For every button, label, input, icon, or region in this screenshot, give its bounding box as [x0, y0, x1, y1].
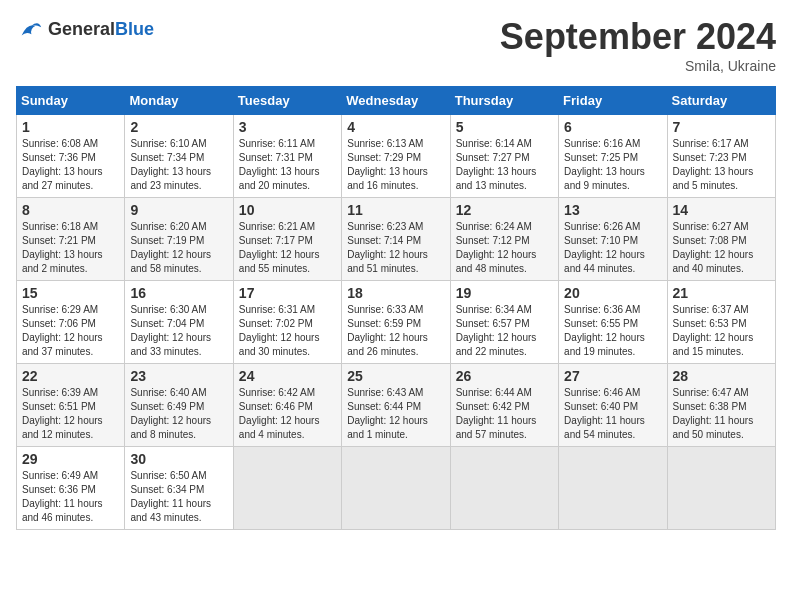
logo-icon	[16, 16, 44, 44]
calendar-day-cell: 21 Sunrise: 6:37 AM Sunset: 6:53 PM Dayl…	[667, 281, 775, 364]
sunset-text: Sunset: 6:36 PM	[22, 484, 96, 495]
daylight-text: Daylight: 12 hours and 19 minutes.	[564, 332, 645, 357]
day-number: 23	[130, 368, 227, 384]
day-info: Sunrise: 6:08 AM Sunset: 7:36 PM Dayligh…	[22, 137, 119, 193]
sunrise-text: Sunrise: 6:50 AM	[130, 470, 206, 481]
calendar-day-cell: 5 Sunrise: 6:14 AM Sunset: 7:27 PM Dayli…	[450, 115, 558, 198]
sunrise-text: Sunrise: 6:29 AM	[22, 304, 98, 315]
daylight-text: Daylight: 12 hours and 15 minutes.	[673, 332, 754, 357]
sunrise-text: Sunrise: 6:39 AM	[22, 387, 98, 398]
sunset-text: Sunset: 6:59 PM	[347, 318, 421, 329]
daylight-text: Daylight: 13 hours and 9 minutes.	[564, 166, 645, 191]
day-number: 8	[22, 202, 119, 218]
day-number: 26	[456, 368, 553, 384]
daylight-text: Daylight: 12 hours and 51 minutes.	[347, 249, 428, 274]
sunset-text: Sunset: 7:36 PM	[22, 152, 96, 163]
calendar-day-cell: 20 Sunrise: 6:36 AM Sunset: 6:55 PM Dayl…	[559, 281, 667, 364]
day-number: 9	[130, 202, 227, 218]
empty-cell	[450, 447, 558, 530]
calendar-week-row: 29 Sunrise: 6:49 AM Sunset: 6:36 PM Dayl…	[17, 447, 776, 530]
day-number: 7	[673, 119, 770, 135]
sunset-text: Sunset: 7:17 PM	[239, 235, 313, 246]
sunrise-text: Sunrise: 6:30 AM	[130, 304, 206, 315]
day-info: Sunrise: 6:26 AM Sunset: 7:10 PM Dayligh…	[564, 220, 661, 276]
calendar-day-cell: 25 Sunrise: 6:43 AM Sunset: 6:44 PM Dayl…	[342, 364, 450, 447]
day-info: Sunrise: 6:42 AM Sunset: 6:46 PM Dayligh…	[239, 386, 336, 442]
sunset-text: Sunset: 6:42 PM	[456, 401, 530, 412]
empty-cell	[233, 447, 341, 530]
calendar-day-cell: 16 Sunrise: 6:30 AM Sunset: 7:04 PM Dayl…	[125, 281, 233, 364]
daylight-text: Daylight: 13 hours and 16 minutes.	[347, 166, 428, 191]
sunset-text: Sunset: 7:04 PM	[130, 318, 204, 329]
daylight-text: Daylight: 11 hours and 57 minutes.	[456, 415, 537, 440]
day-number: 30	[130, 451, 227, 467]
calendar-day-cell: 1 Sunrise: 6:08 AM Sunset: 7:36 PM Dayli…	[17, 115, 125, 198]
day-number: 13	[564, 202, 661, 218]
calendar-day-cell: 13 Sunrise: 6:26 AM Sunset: 7:10 PM Dayl…	[559, 198, 667, 281]
day-info: Sunrise: 6:33 AM Sunset: 6:59 PM Dayligh…	[347, 303, 444, 359]
day-info: Sunrise: 6:24 AM Sunset: 7:12 PM Dayligh…	[456, 220, 553, 276]
day-info: Sunrise: 6:43 AM Sunset: 6:44 PM Dayligh…	[347, 386, 444, 442]
sunrise-text: Sunrise: 6:33 AM	[347, 304, 423, 315]
calendar-day-cell: 27 Sunrise: 6:46 AM Sunset: 6:40 PM Dayl…	[559, 364, 667, 447]
day-number: 14	[673, 202, 770, 218]
sunrise-text: Sunrise: 6:47 AM	[673, 387, 749, 398]
calendar-header-row: SundayMondayTuesdayWednesdayThursdayFrid…	[17, 87, 776, 115]
daylight-text: Daylight: 12 hours and 4 minutes.	[239, 415, 320, 440]
calendar-day-cell: 22 Sunrise: 6:39 AM Sunset: 6:51 PM Dayl…	[17, 364, 125, 447]
sunset-text: Sunset: 7:27 PM	[456, 152, 530, 163]
sunrise-text: Sunrise: 6:37 AM	[673, 304, 749, 315]
sunset-text: Sunset: 7:34 PM	[130, 152, 204, 163]
day-info: Sunrise: 6:13 AM Sunset: 7:29 PM Dayligh…	[347, 137, 444, 193]
page-header: GeneralBlue September 2024 Smila, Ukrain…	[16, 16, 776, 74]
month-title: September 2024	[500, 16, 776, 58]
day-info: Sunrise: 6:34 AM Sunset: 6:57 PM Dayligh…	[456, 303, 553, 359]
logo-text: GeneralBlue	[48, 20, 154, 40]
day-number: 17	[239, 285, 336, 301]
calendar-week-row: 15 Sunrise: 6:29 AM Sunset: 7:06 PM Dayl…	[17, 281, 776, 364]
day-info: Sunrise: 6:18 AM Sunset: 7:21 PM Dayligh…	[22, 220, 119, 276]
day-number: 24	[239, 368, 336, 384]
daylight-text: Daylight: 12 hours and 26 minutes.	[347, 332, 428, 357]
day-number: 12	[456, 202, 553, 218]
sunset-text: Sunset: 6:44 PM	[347, 401, 421, 412]
day-number: 27	[564, 368, 661, 384]
sunset-text: Sunset: 7:23 PM	[673, 152, 747, 163]
calendar-day-cell: 4 Sunrise: 6:13 AM Sunset: 7:29 PM Dayli…	[342, 115, 450, 198]
daylight-text: Daylight: 12 hours and 48 minutes.	[456, 249, 537, 274]
daylight-text: Daylight: 12 hours and 55 minutes.	[239, 249, 320, 274]
daylight-text: Daylight: 12 hours and 44 minutes.	[564, 249, 645, 274]
daylight-text: Daylight: 12 hours and 12 minutes.	[22, 415, 103, 440]
empty-cell	[342, 447, 450, 530]
sunrise-text: Sunrise: 6:31 AM	[239, 304, 315, 315]
day-info: Sunrise: 6:50 AM Sunset: 6:34 PM Dayligh…	[130, 469, 227, 525]
calendar-week-row: 22 Sunrise: 6:39 AM Sunset: 6:51 PM Dayl…	[17, 364, 776, 447]
day-number: 3	[239, 119, 336, 135]
calendar-day-cell: 2 Sunrise: 6:10 AM Sunset: 7:34 PM Dayli…	[125, 115, 233, 198]
calendar-day-cell: 29 Sunrise: 6:49 AM Sunset: 6:36 PM Dayl…	[17, 447, 125, 530]
empty-cell	[559, 447, 667, 530]
calendar-day-cell: 12 Sunrise: 6:24 AM Sunset: 7:12 PM Dayl…	[450, 198, 558, 281]
calendar-day-cell: 17 Sunrise: 6:31 AM Sunset: 7:02 PM Dayl…	[233, 281, 341, 364]
day-info: Sunrise: 6:23 AM Sunset: 7:14 PM Dayligh…	[347, 220, 444, 276]
day-number: 11	[347, 202, 444, 218]
daylight-text: Daylight: 12 hours and 30 minutes.	[239, 332, 320, 357]
daylight-text: Daylight: 12 hours and 37 minutes.	[22, 332, 103, 357]
sunrise-text: Sunrise: 6:34 AM	[456, 304, 532, 315]
day-number: 20	[564, 285, 661, 301]
calendar-day-cell: 28 Sunrise: 6:47 AM Sunset: 6:38 PM Dayl…	[667, 364, 775, 447]
sunset-text: Sunset: 7:19 PM	[130, 235, 204, 246]
sunrise-text: Sunrise: 6:46 AM	[564, 387, 640, 398]
sunrise-text: Sunrise: 6:23 AM	[347, 221, 423, 232]
day-info: Sunrise: 6:17 AM Sunset: 7:23 PM Dayligh…	[673, 137, 770, 193]
day-number: 15	[22, 285, 119, 301]
day-number: 19	[456, 285, 553, 301]
sunset-text: Sunset: 7:14 PM	[347, 235, 421, 246]
sunrise-text: Sunrise: 6:49 AM	[22, 470, 98, 481]
sunset-text: Sunset: 7:08 PM	[673, 235, 747, 246]
day-info: Sunrise: 6:36 AM Sunset: 6:55 PM Dayligh…	[564, 303, 661, 359]
day-info: Sunrise: 6:49 AM Sunset: 6:36 PM Dayligh…	[22, 469, 119, 525]
sunrise-text: Sunrise: 6:13 AM	[347, 138, 423, 149]
sunset-text: Sunset: 6:55 PM	[564, 318, 638, 329]
daylight-text: Daylight: 13 hours and 13 minutes.	[456, 166, 537, 191]
